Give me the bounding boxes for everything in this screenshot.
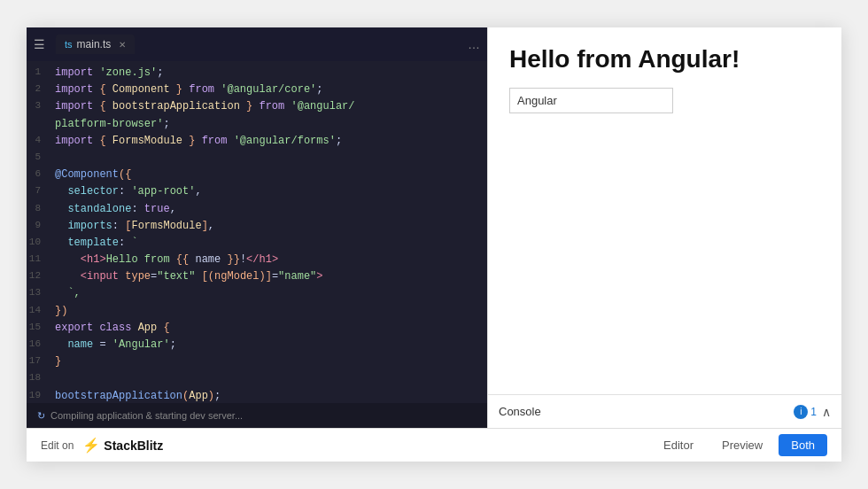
tab-close-icon[interactable]: ✕ [119, 40, 126, 50]
tab-main-ts[interactable]: ts main.ts ✕ [56, 35, 135, 54]
code-line: platform-browser'; [27, 116, 487, 133]
console-badge-area: i 1 ∧ [794, 405, 831, 419]
code-line: 15 export class App { [27, 320, 487, 337]
code-line: 16 name = 'Angular'; [27, 337, 487, 353]
console-info-badge: i 1 [794, 405, 817, 419]
bolt-icon: ⚡ [82, 437, 100, 454]
tab-more-icon[interactable]: … [468, 37, 480, 51]
preview-view-button[interactable]: Preview [709, 434, 775, 456]
code-line: 12 <input type="text" [(ngModel)]="name"… [27, 268, 487, 285]
code-line: 14 }) [27, 303, 487, 320]
console-chevron-up-icon[interactable]: ∧ [822, 405, 831, 419]
stackblitz-name: StackBlitz [104, 439, 163, 453]
both-view-button[interactable]: Both [779, 434, 827, 456]
hamburger-icon[interactable]: ☰ [34, 37, 45, 51]
ts-file-icon: ts [65, 39, 73, 50]
code-line: 2 import { Component } from '@angular/co… [27, 82, 487, 98]
preview-content: Hello from Angular! [488, 27, 841, 394]
editor-view-button[interactable]: Editor [651, 434, 706, 456]
code-line: 8 standalone: true, [27, 201, 487, 218]
code-line: 10 template: ` [27, 235, 487, 252]
preview-title: Hello from Angular! [509, 45, 820, 74]
console-badge-count: 1 [810, 406, 817, 418]
code-line: 7 selector: 'app-root', [27, 183, 487, 200]
edit-on-label: Edit on [41, 439, 74, 452]
code-editor[interactable]: 1 import 'zone.js'; 2 import { Component… [27, 61, 487, 403]
code-line: 1 import 'zone.js'; [27, 65, 487, 82]
code-line: 3 import { bootstrapApplication } from '… [27, 98, 487, 115]
editor-pane: ☰ ts main.ts ✕ … 1 import 'zone.js'; 2 i… [27, 27, 487, 428]
code-line: 5 [27, 150, 487, 167]
spinner-icon: ↻ [37, 410, 45, 422]
tab-bar: ☰ ts main.ts ✕ … [27, 27, 487, 61]
preview-pane: Hello from Angular! Console i 1 ∧ [487, 27, 841, 428]
code-line: 19 bootstrapApplication(App); [27, 388, 487, 403]
status-bar: ↻ Compiling application & starting dev s… [27, 403, 487, 428]
code-line: 11 <h1>Hello from {{ name }}!</h1> [27, 252, 487, 268]
console-bar: Console i 1 ∧ [488, 394, 841, 428]
console-label: Console [499, 405, 541, 418]
code-line: 4 import { FormsModule } from '@angular/… [27, 133, 487, 150]
info-circle-icon: i [794, 405, 808, 419]
code-line: 6 @Component({ [27, 167, 487, 183]
stackblitz-logo[interactable]: ⚡ StackBlitz [82, 437, 163, 454]
bottom-toolbar: Edit on ⚡ StackBlitz Editor Preview Both [27, 428, 841, 462]
status-text: Compiling application & starting dev ser… [50, 410, 243, 421]
tab-label: main.ts [77, 38, 112, 50]
code-line: 13 `, [27, 285, 487, 302]
code-line: 18 [27, 370, 487, 387]
angular-name-input[interactable] [509, 88, 673, 113]
code-line: 17 } [27, 353, 487, 370]
code-line: 9 imports: [FormsModule], [27, 218, 487, 235]
view-toggle-group: Editor Preview Both [651, 434, 827, 456]
